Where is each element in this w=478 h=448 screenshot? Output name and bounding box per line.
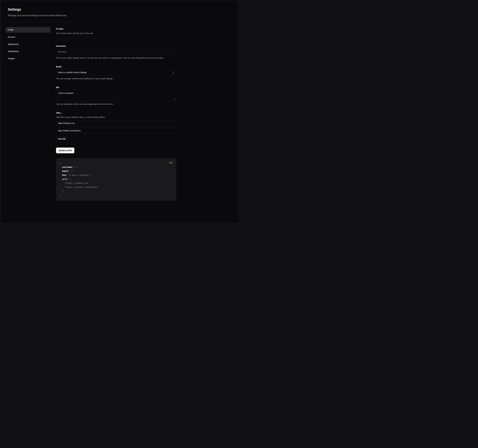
username-form-item: Username This is your public display nam… [56, 45, 176, 59]
sidebar-item-appearance[interactable]: Appearance [6, 41, 50, 47]
profile-section: Profile This is how others will see you … [56, 27, 176, 212]
bio-form-item: Bio I own a computer. You can @mention o… [56, 86, 176, 106]
sidebar-item-label: Profile [8, 29, 14, 31]
update-profile-button[interactable]: Update profile [56, 147, 74, 153]
code-line: bio: "I own a computer.", [60, 173, 173, 177]
bio-textarea-wrap: I own a computer. [56, 90, 176, 101]
username-label: Username [56, 45, 176, 47]
username-help: This is your public display name. It can… [56, 56, 171, 59]
urls-label: URLs [56, 111, 176, 114]
code-line: email: "", [60, 169, 173, 173]
page-subtitle: Manage your account settings and set e-m… [8, 14, 231, 17]
section-subtitle: This is how others will see you on the s… [56, 32, 176, 35]
sidebar-item-label: Account [8, 36, 15, 38]
code-line: "https://twitter.com/shadcn" [60, 185, 173, 189]
email-select-value: Select a verified email to display [58, 71, 87, 74]
sidebar-item-account[interactable]: Account [6, 34, 50, 40]
bio-help: You can @mention other users and organiz… [56, 102, 176, 106]
url-input-2[interactable] [56, 128, 176, 134]
urls-form-item: URLs Add links to your website, blog, or… [56, 111, 176, 141]
content-row: Profile Account Appearance Notifications… [8, 27, 231, 212]
chevrons-up-down-icon [172, 71, 174, 74]
code-line: "https://shadcn.com", [60, 181, 173, 185]
sidebar-item-label: Appearance [8, 43, 19, 45]
urls-description: Add links to your website, blog, or soci… [56, 116, 176, 119]
header-separator [8, 22, 231, 22]
code-line: username: "", [60, 165, 173, 169]
code-line: { [60, 161, 173, 165]
section-title: Profile [56, 27, 176, 31]
email-select[interactable]: Select a verified email to display [56, 70, 176, 75]
sidebar-item-profile[interactable]: Profile [6, 27, 50, 33]
sidebar-item-label: Notifications [8, 50, 19, 52]
code-line: urls: [ [60, 177, 173, 181]
url-input-1[interactable] [56, 120, 176, 126]
response-code-panel: 200 { username: "", email: "", bio: "I o… [56, 158, 176, 201]
sidebar-item-notifications[interactable]: Notifications [6, 48, 50, 54]
section-separator [56, 39, 176, 39]
email-form-item: Email Select a verified email to display… [56, 65, 176, 80]
settings-sidebar: Profile Account Appearance Notifications… [6, 27, 50, 212]
status-code-badge: 200 [169, 161, 173, 165]
bio-label: Bio [56, 86, 176, 89]
code-line: } [60, 193, 173, 197]
add-url-button[interactable]: Add URL [56, 136, 68, 141]
email-label: Email [56, 65, 176, 68]
settings-card: Settings Manage your account settings an… [0, 0, 239, 224]
sidebar-item-label: Display [8, 57, 14, 60]
username-input[interactable] [56, 49, 176, 55]
sidebar-item-display[interactable]: Display [6, 56, 50, 61]
page-title: Settings [8, 7, 231, 12]
resize-handle-icon[interactable] [174, 98, 176, 100]
bio-textarea[interactable]: I own a computer. [56, 90, 176, 101]
code-line: ] [60, 189, 173, 193]
email-help: You can manage verified email addresses … [56, 77, 176, 80]
